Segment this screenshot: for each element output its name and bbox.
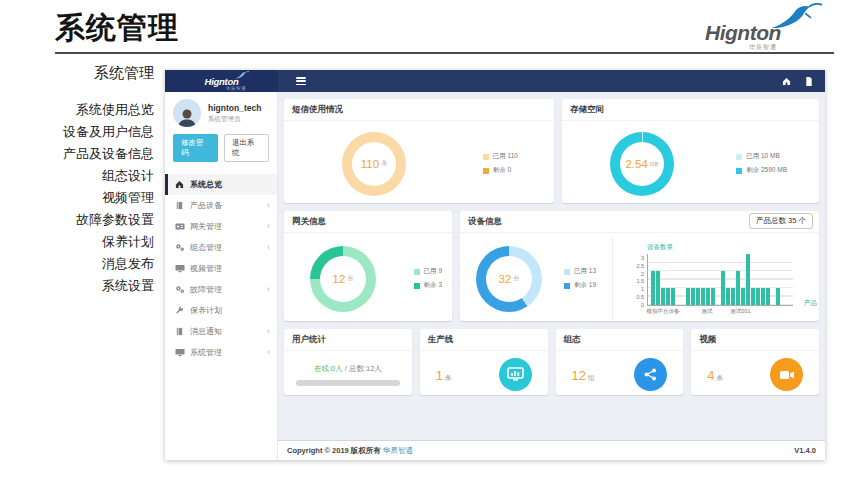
- device-bar-chart: 设备数量 32.521.510.50 模拟中台设备测试测试001 产品: [629, 241, 793, 316]
- card-title: 生产线: [420, 329, 548, 351]
- device-card: 设备信息 产品总数 35 个 32台 已用 13剩余 19: [460, 211, 819, 321]
- left-nav-item[interactable]: 设备及用户信息: [0, 121, 154, 143]
- legend-item: 剩余 3: [414, 281, 442, 290]
- legend-swatch: [564, 269, 570, 275]
- sidebar-item[interactable]: 故障管理‹: [165, 279, 277, 300]
- bar: [721, 271, 725, 305]
- bar: [731, 288, 735, 305]
- user-stats-card: 用户统计 在线:0人 / 总数:12人: [284, 329, 412, 395]
- left-nav-item[interactable]: 视频管理: [0, 187, 154, 209]
- bar-chart-yaxis: 32.521.510.50: [629, 254, 647, 306]
- legend-label: 剩余 2590 MB: [746, 166, 787, 175]
- legend-label: 已用 9: [424, 267, 442, 276]
- card-title: 存储空间: [562, 99, 819, 121]
- app-navbar-right: [278, 70, 825, 92]
- brand-name: Hignton: [705, 21, 781, 45]
- left-nav-item[interactable]: 组态设计: [0, 165, 154, 187]
- sms-donut-chart: 110条: [342, 132, 406, 196]
- donut-value: 32: [499, 273, 512, 285]
- bar: [751, 288, 755, 305]
- legend-label: 剩余 19: [574, 281, 596, 290]
- y-tick: 2: [641, 272, 644, 278]
- sidebar-item-label: 故障管理: [190, 284, 222, 295]
- file-icon[interactable]: [805, 77, 813, 86]
- sidebar-item[interactable]: 保养计划: [165, 300, 277, 321]
- legend-label: 剩余 0: [493, 166, 511, 175]
- production-line-card: 生产线 1条: [420, 329, 548, 395]
- sidebar-item[interactable]: 产品设备‹: [165, 195, 277, 216]
- left-nav-item[interactable]: 系统设置: [0, 275, 154, 297]
- donut-unit: 台: [513, 274, 519, 283]
- sitemap-icon: [634, 358, 667, 391]
- page-title: 系统管理: [55, 8, 179, 49]
- sidebar-item[interactable]: 组态管理‹: [165, 237, 277, 258]
- antelope-icon: [234, 71, 250, 79]
- dashboard-content: 短信使用情况 110条 已用 110剩余 0 存储空间 2.54GB: [278, 92, 825, 440]
- app-logo[interactable]: Hignton 华辰智通: [165, 70, 278, 92]
- legend-item: 已用 110: [483, 152, 518, 161]
- legend-item: 已用 10 MB: [736, 152, 787, 161]
- copyright-text: Copyright © 2019 版权所有: [287, 446, 381, 455]
- book-icon: [175, 327, 185, 336]
- factory-monitor-icon: [499, 358, 532, 391]
- wrench-icon: [175, 306, 185, 315]
- legend-label: 剩余 3: [424, 281, 442, 290]
- bar: [766, 288, 770, 305]
- cogs-icon: [175, 285, 185, 294]
- version-label: V1.4.0: [794, 446, 816, 455]
- bar: [701, 288, 705, 305]
- left-nav-item[interactable]: 保养计划: [0, 231, 154, 253]
- left-nav-item[interactable]: 产品及设备信息: [0, 143, 154, 165]
- y-tick: 0: [641, 303, 644, 309]
- chevron-left-icon: ‹: [267, 222, 270, 231]
- bar-chart-xaxis: 模拟中台设备测试测试001: [647, 306, 793, 316]
- chevron-left-icon: ‹: [267, 327, 270, 336]
- logout-button[interactable]: 退出系统: [224, 134, 269, 162]
- left-nav-items: 系统使用总览设备及用户信息产品及设备信息组态设计视频管理故障参数设置保养计划消息…: [0, 99, 154, 297]
- gateway-card: 网关信息 12台 已用 9剩余 3: [284, 211, 452, 321]
- bar: [666, 288, 670, 305]
- y-tick: 3: [641, 256, 644, 262]
- sidebar-item-label: 产品设备: [190, 200, 222, 211]
- brand-subtitle: 华辰智通: [749, 43, 777, 52]
- left-nav-heading: 系统管理: [0, 64, 154, 83]
- config-card: 组态 12组: [556, 329, 684, 395]
- sidebar-item[interactable]: 系统管理‹: [165, 342, 277, 363]
- legend-swatch: [483, 168, 489, 174]
- sidebar-item[interactable]: 网关管理‹: [165, 216, 277, 237]
- card-title: 短信使用情况: [284, 99, 554, 121]
- x-tick: 模拟中台设备: [647, 308, 680, 315]
- left-nav-item[interactable]: 故障参数设置: [0, 209, 154, 231]
- bar: [741, 288, 745, 305]
- sidebar-item-label: 视频管理: [190, 263, 222, 274]
- bar: [661, 288, 665, 305]
- menu-toggle-button[interactable]: [296, 77, 306, 85]
- donut-unit: GB: [650, 161, 659, 167]
- legend-swatch: [414, 269, 420, 275]
- bar: [736, 271, 740, 305]
- home-icon[interactable]: [782, 77, 791, 86]
- metric-unit: 组: [588, 374, 595, 381]
- bar: [706, 288, 710, 305]
- app-footer: Copyright © 2019 版权所有 华辰智通 V1.4.0: [278, 440, 825, 460]
- sidebar-item[interactable]: 视频管理: [165, 258, 277, 279]
- app-navbar: Hignton 华辰智通: [165, 70, 825, 92]
- left-nav-item[interactable]: 消息发布: [0, 253, 154, 275]
- change-password-button[interactable]: 修改密码: [173, 134, 218, 162]
- card-title: 网关信息: [284, 211, 452, 233]
- cogs-icon: [175, 243, 185, 252]
- left-nav-item[interactable]: 系统使用总览: [0, 99, 154, 121]
- company-link[interactable]: 华辰智通: [383, 446, 413, 455]
- product-total-badge[interactable]: 产品总数 35 个: [749, 213, 813, 229]
- bar: [651, 271, 655, 305]
- sidebar-item[interactable]: 系统总览: [165, 174, 277, 195]
- home-icon: [175, 180, 185, 189]
- sidebar-item-label: 系统总览: [190, 179, 222, 190]
- sidebar-menu: 系统总览产品设备‹网关管理‹组态管理‹视频管理故障管理‹保养计划消息通知‹系统管…: [165, 174, 277, 363]
- desktop-icon: [175, 348, 185, 357]
- chevron-left-icon: ‹: [267, 243, 270, 252]
- video-card: 视频 4条: [691, 329, 819, 395]
- user-avatar[interactable]: [173, 99, 201, 127]
- sidebar-item[interactable]: 消息通知‹: [165, 321, 277, 342]
- bar: [686, 288, 690, 305]
